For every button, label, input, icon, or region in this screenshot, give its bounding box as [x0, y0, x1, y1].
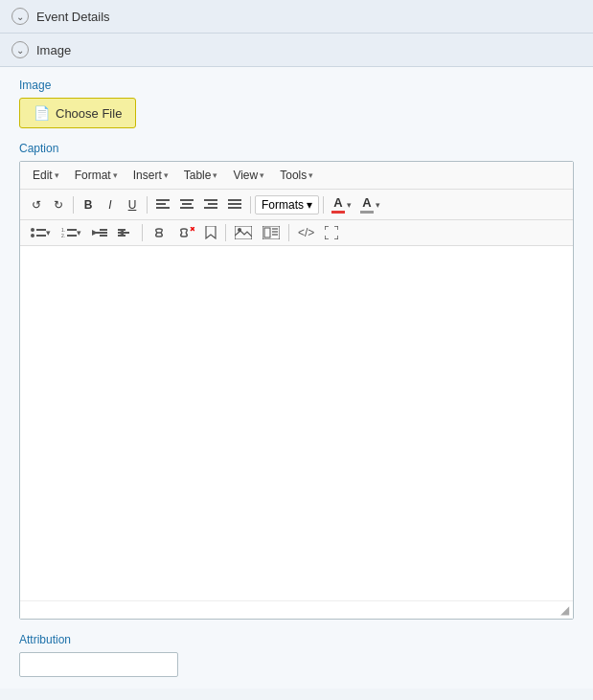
menu-view[interactable]: View ▾	[226, 166, 271, 185]
format-arrow: ▾	[113, 170, 118, 180]
image-section-chevron-icon: ⌄	[11, 41, 29, 58]
editor-resize-handle[interactable]: ◢	[20, 600, 573, 619]
svg-rect-27	[100, 235, 107, 237]
edit-arrow: ▾	[55, 170, 59, 180]
increase-indent-button[interactable]	[113, 224, 138, 241]
font-color-arrow: ▾	[347, 200, 352, 210]
file-icon: 📄	[34, 105, 50, 121]
editor-toolbar-row1: ↺ ↻ B I U Formats ▾	[20, 190, 573, 220]
svg-point-16	[31, 228, 34, 232]
choose-file-button[interactable]: 📄 Choose File	[19, 98, 136, 128]
insert-arrow: ▾	[164, 170, 169, 180]
table-arrow: ▾	[213, 170, 217, 180]
event-details-section-header[interactable]: ⌄ Event Details	[0, 0, 593, 34]
content-area: Image 📄 Choose File Caption Edit ▾ Forma…	[0, 67, 593, 689]
svg-rect-0	[156, 199, 170, 201]
editor-body[interactable]	[20, 246, 573, 600]
insert-media-button[interactable]	[258, 223, 285, 242]
toolbar-separator-1	[73, 196, 74, 214]
bold-button[interactable]: B	[78, 195, 99, 215]
editor-toolbar-row2: ▾ 1.2. ▾	[20, 220, 573, 246]
image-section-title: Image	[36, 43, 71, 57]
svg-point-18	[31, 234, 34, 237]
event-details-chevron-icon: ⌄	[11, 8, 29, 25]
svg-rect-26	[96, 232, 107, 234]
formats-label: Formats	[262, 198, 304, 212]
svg-rect-29	[118, 229, 125, 231]
svg-rect-13	[228, 203, 241, 205]
attribution-input[interactable]	[19, 652, 178, 677]
image-label: Image	[19, 79, 574, 92]
svg-rect-31	[118, 235, 125, 237]
align-justify-button[interactable]	[223, 196, 246, 214]
toolbar-separator-3	[250, 196, 251, 214]
event-details-title: Event Details	[36, 10, 110, 24]
undo-button[interactable]: ↺	[26, 195, 47, 215]
view-arrow: ▾	[260, 170, 264, 180]
svg-rect-38	[264, 228, 270, 237]
svg-rect-30	[118, 232, 129, 234]
underline-button[interactable]: U	[122, 195, 143, 215]
svg-rect-1	[156, 203, 166, 205]
menu-insert[interactable]: Insert ▾	[126, 166, 175, 185]
image-section-header[interactable]: ⌄ Image	[0, 34, 593, 67]
code-view-button[interactable]: </>	[293, 223, 319, 242]
italic-button[interactable]: I	[100, 195, 121, 215]
menu-edit[interactable]: Edit ▾	[26, 166, 66, 185]
svg-rect-5	[182, 203, 192, 205]
toolbar-separator-5	[142, 224, 143, 241]
svg-rect-12	[228, 199, 241, 201]
toolbar-separator-4	[323, 196, 324, 214]
svg-rect-21	[67, 229, 77, 231]
attribution-section: Attribution	[19, 633, 574, 677]
svg-rect-6	[180, 207, 194, 209]
svg-rect-25	[100, 229, 107, 231]
menu-table[interactable]: Table ▾	[177, 166, 225, 185]
svg-rect-23	[67, 235, 77, 237]
svg-rect-9	[208, 203, 217, 205]
menu-format[interactable]: Format ▾	[68, 166, 125, 185]
attribution-label: Attribution	[19, 633, 574, 646]
bg-color-bar	[360, 211, 374, 214]
font-color-button[interactable]: A ▾	[328, 192, 355, 216]
font-color-bar	[331, 211, 345, 214]
svg-rect-4	[180, 199, 194, 201]
bg-color-button[interactable]: A ▾	[356, 192, 384, 216]
redo-button[interactable]: ↻	[48, 195, 69, 215]
formats-dropdown[interactable]: Formats ▾	[255, 195, 319, 215]
svg-rect-17	[36, 229, 46, 231]
tools-arrow: ▾	[308, 170, 313, 180]
formats-arrow: ▾	[307, 198, 312, 212]
toolbar-separator-7	[288, 224, 289, 241]
align-right-button[interactable]	[199, 196, 222, 214]
svg-rect-10	[204, 207, 217, 209]
bookmark-button[interactable]	[200, 223, 221, 242]
link-button[interactable]	[147, 224, 171, 241]
unlink-button[interactable]	[172, 224, 199, 241]
bg-color-arrow: ▾	[376, 200, 380, 210]
caption-label: Caption	[19, 142, 574, 155]
editor-menubar: Edit ▾ Format ▾ Insert ▾ Table ▾ View ▾ …	[20, 162, 573, 190]
choose-file-label: Choose File	[56, 106, 122, 121]
svg-rect-14	[228, 207, 241, 209]
fullscreen-button[interactable]	[320, 223, 343, 242]
caption-editor: Edit ▾ Format ▾ Insert ▾ Table ▾ View ▾ …	[19, 161, 574, 620]
resize-icon: ◢	[560, 603, 569, 617]
ordered-list-button[interactable]: 1.2. ▾	[57, 224, 86, 241]
menu-tools[interactable]: Tools ▾	[273, 166, 320, 185]
toolbar-separator-2	[147, 196, 148, 214]
unordered-list-button[interactable]: ▾	[26, 224, 56, 241]
align-left-button[interactable]	[151, 196, 174, 214]
insert-image-button[interactable]	[230, 223, 257, 242]
svg-rect-2	[156, 207, 170, 209]
align-center-button[interactable]	[175, 196, 198, 214]
svg-rect-19	[36, 235, 46, 237]
svg-text:2.: 2.	[61, 233, 65, 238]
svg-rect-8	[204, 199, 217, 201]
decrease-indent-button[interactable]	[87, 224, 112, 241]
toolbar-separator-6	[225, 224, 226, 241]
